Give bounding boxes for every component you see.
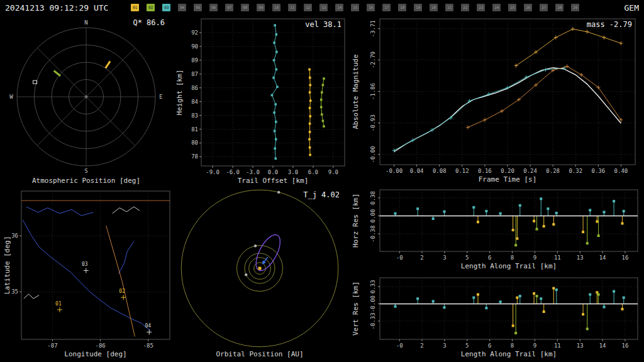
svg-text:Q* 86.6: Q* 86.6 [133, 18, 165, 27]
orbital-position-plot: T_j 4.02 [175, 187, 345, 349]
frame-chip-19[interactable]: 19 [414, 4, 422, 11]
svg-text:0.36: 0.36 [592, 168, 606, 174]
svg-text:0.04: 0.04 [410, 168, 424, 174]
svg-text:3.0: 3.0 [288, 169, 298, 175]
frame-chip-29[interactable]: 29 [571, 4, 579, 11]
panel-atmospheric-position: NESWQ* 86.6 Atmospheric Position [deg] [4, 15, 169, 185]
svg-text:6: 6 [488, 255, 491, 261]
utc-timestamp: 20241213 09:12:29 UTC [5, 3, 108, 13]
svg-text:5: 5 [465, 343, 469, 349]
svg-text:03: 03 [82, 261, 88, 267]
svg-text:8: 8 [511, 343, 514, 349]
svg-text:9: 9 [533, 343, 536, 349]
frame-chip-06[interactable]: 06 [209, 4, 218, 11]
frame-chip-09[interactable]: 09 [257, 4, 265, 11]
frame-chip-07[interactable]: 07 [225, 4, 233, 11]
svg-text:3: 3 [443, 343, 446, 349]
svg-text:0.0: 0.0 [268, 169, 278, 175]
trail-offset-plot: -9.0-6.0-3.00.03.06.09.07880818384868789… [175, 15, 351, 189]
frame-chip-17[interactable]: 17 [382, 4, 391, 11]
svg-text:35: 35 [11, 288, 18, 295]
frame-chip-20[interactable]: 20 [430, 4, 438, 11]
frame-chip-15[interactable]: 15 [351, 4, 359, 11]
frame-chip-21[interactable]: 21 [445, 4, 453, 11]
frame-chip-25[interactable]: 25 [508, 4, 516, 11]
atmospheric-position-plot: NESWQ* 86.6 [4, 15, 169, 176]
svg-text:0.08: 0.08 [433, 168, 447, 174]
svg-text:Vert Res [km]: Vert Res [km] [352, 282, 360, 336]
svg-text:-9.0: -9.0 [206, 169, 219, 175]
magnitude-plot: -0.000.040.080.120.160.200.240.280.320.3… [351, 15, 641, 186]
svg-text:-0.38: -0.38 [370, 226, 376, 243]
svg-text:2: 2 [420, 343, 423, 349]
svg-text:0.24: 0.24 [523, 168, 537, 174]
frame-chip-10[interactable]: 10 [272, 4, 280, 11]
svg-text:2: 2 [420, 255, 423, 261]
svg-text:N: N [84, 19, 87, 26]
svg-text:-0.00: -0.00 [370, 146, 376, 163]
svg-text:16: 16 [622, 255, 629, 261]
frame-chip-11[interactable]: 11 [288, 4, 296, 11]
svg-text:-87: -87 [47, 343, 57, 349]
svg-text:83: 83 [191, 112, 198, 119]
ground-map-plot: -87-86-853536Longitude [deg]Latitude [de… [3, 189, 174, 359]
panel-map: -87-86-853536Longitude [deg]Latitude [de… [3, 189, 174, 359]
frame-chip-24[interactable]: 24 [492, 4, 501, 11]
svg-text:T_j 4.02: T_j 4.02 [303, 190, 340, 199]
topbar: 20241213 09:12:29 UTC 010203040506070809… [0, 0, 644, 15]
panel-vertical-residuals: -0235689111314160.33-0.00-0.33Length Alo… [351, 274, 643, 362]
svg-text:-1.86: -1.86 [370, 83, 376, 100]
frame-chip-02[interactable]: 02 [147, 4, 155, 11]
frame-chip-08[interactable]: 08 [241, 4, 249, 11]
svg-text:-0.93: -0.93 [370, 114, 376, 131]
svg-text:13: 13 [577, 343, 584, 349]
svg-text:6: 6 [488, 343, 491, 349]
svg-text:-0.33: -0.33 [370, 312, 376, 329]
frame-chip-26[interactable]: 26 [524, 4, 532, 11]
svg-text:78: 78 [191, 153, 198, 160]
frame-chip-28[interactable]: 28 [555, 4, 564, 11]
svg-text:E: E [159, 94, 162, 100]
frame-chip-04[interactable]: 04 [178, 4, 186, 11]
frame-chip-22[interactable]: 22 [461, 4, 469, 11]
svg-text:Longitude [deg]: Longitude [deg] [64, 350, 126, 358]
frame-chip-03[interactable]: 03 [162, 4, 170, 11]
svg-text:Absolute Magnitude: Absolute Magnitude [352, 54, 360, 129]
svg-text:02: 02 [119, 288, 125, 294]
svg-text:-6.0: -6.0 [226, 169, 240, 175]
svg-text:0.20: 0.20 [501, 168, 514, 174]
frame-chip-18[interactable]: 18 [398, 4, 406, 11]
svg-text:5: 5 [465, 255, 469, 261]
svg-text:Length Along Trail [km]: Length Along Trail [km] [461, 350, 557, 358]
frame-chip-05[interactable]: 05 [194, 4, 202, 11]
frame-chip-14[interactable]: 14 [335, 4, 343, 11]
svg-text:0.32: 0.32 [569, 168, 582, 174]
frame-chip-27[interactable]: 27 [540, 4, 548, 11]
orbital-position-caption: Orbital Position [AU] [175, 350, 345, 358]
svg-text:0.00: 0.00 [370, 209, 376, 223]
horizontal-residuals-plot: -0235689111314160.380.00-0.38Length Alon… [351, 186, 643, 274]
svg-text:0.12: 0.12 [455, 168, 469, 174]
frame-strip: 0102030405060708091011121314151617181920… [131, 4, 624, 11]
svg-text:9.0: 9.0 [328, 169, 338, 175]
frame-chip-23[interactable]: 23 [477, 4, 485, 11]
svg-text:mass -2.79: mass -2.79 [587, 20, 632, 29]
svg-text:Trail Offset [km]: Trail Offset [km] [238, 177, 309, 185]
svg-text:0.33: 0.33 [370, 280, 376, 293]
frame-chip-12[interactable]: 12 [304, 4, 312, 11]
svg-text:vel 38.1: vel 38.1 [305, 20, 341, 29]
frame-chip-13[interactable]: 13 [319, 4, 328, 11]
svg-text:36: 36 [11, 233, 18, 239]
svg-text:Latitude [deg]: Latitude [deg] [3, 236, 11, 295]
svg-text:0.28: 0.28 [546, 168, 560, 174]
frame-chip-16[interactable]: 16 [367, 4, 375, 11]
svg-text:01: 01 [55, 301, 62, 307]
svg-text:Length Along Trail [km]: Length Along Trail [km] [461, 262, 557, 270]
atmospheric-position-caption: Atmospheric Position [deg] [4, 177, 169, 185]
svg-text:3: 3 [443, 255, 446, 261]
shower-code: GEM [625, 3, 639, 13]
svg-text:11: 11 [554, 255, 561, 261]
svg-text:-0.00: -0.00 [386, 168, 402, 174]
frame-chip-01[interactable]: 01 [131, 4, 139, 11]
svg-text:-3.0: -3.0 [246, 169, 260, 175]
